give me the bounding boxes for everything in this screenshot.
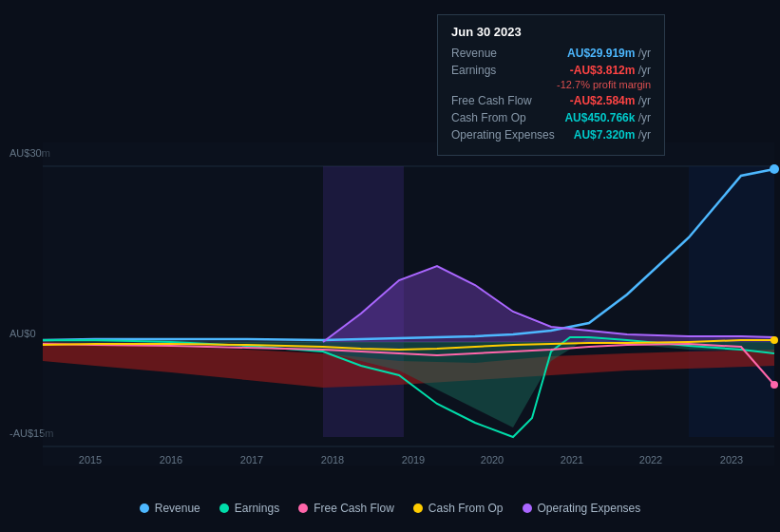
legend-earnings[interactable]: Earnings (219, 502, 279, 515)
svg-rect-6 (689, 166, 774, 437)
legend-revenue-label: Revenue (155, 502, 200, 515)
legend-opex-dot (523, 504, 532, 513)
tooltip-fcf-value: -AU$2.584m /yr (570, 94, 651, 107)
data-tooltip: Jun 30 2023 Revenue AU$29.919m /yr Earni… (437, 14, 665, 156)
svg-point-7 (770, 164, 779, 174)
legend-cashfromop-dot (413, 504, 423, 513)
x-axis-2016: 2016 (160, 454, 182, 466)
svg-point-9 (770, 336, 778, 344)
legend-revenue-dot (140, 504, 149, 513)
legend-revenue[interactable]: Revenue (140, 502, 200, 515)
x-axis-2021: 2021 (561, 454, 583, 466)
legend-earnings-label: Earnings (235, 502, 279, 515)
legend-opex[interactable]: Operating Expenses (523, 502, 641, 515)
x-axis-2020: 2020 (481, 454, 504, 466)
legend-cashfromop[interactable]: Cash From Op (413, 502, 504, 515)
legend-earnings-dot (219, 504, 229, 513)
tooltip-revenue-value: AU$29.919m /yr (567, 47, 651, 60)
x-axis-2019: 2019 (402, 454, 425, 466)
tooltip-earnings-value: -AU$3.812m /yr (570, 64, 651, 77)
tooltip-opex-row: Operating Expenses AU$7.320m /yr (451, 128, 651, 142)
legend-fcf-dot (298, 504, 308, 513)
tooltip-opex-value: AU$7.320m /yr (574, 128, 651, 142)
tooltip-cashfromop-label: Cash From Op (451, 111, 526, 124)
legend-cashfromop-label: Cash From Op (428, 502, 504, 515)
chart-legend: Revenue Earnings Free Cash Flow Cash Fro… (0, 484, 780, 532)
tooltip-fcf-row: Free Cash Flow -AU$2.584m /yr (451, 94, 651, 107)
x-axis-2018: 2018 (321, 454, 344, 466)
tooltip-date: Jun 30 2023 (451, 25, 651, 39)
tooltip-earnings-row: Earnings -AU$3.812m /yr (451, 64, 651, 77)
x-axis-2023: 2023 (720, 454, 743, 466)
tooltip-earnings-label: Earnings (451, 64, 496, 77)
tooltip-revenue-row: Revenue AU$29.919m /yr (451, 47, 651, 60)
legend-fcf[interactable]: Free Cash Flow (298, 502, 394, 515)
tooltip-revenue-label: Revenue (451, 47, 497, 60)
legend-opex-label: Operating Expenses (538, 502, 641, 515)
x-axis-2015: 2015 (79, 454, 102, 466)
x-axis-2022: 2022 (639, 454, 662, 466)
svg-point-8 (770, 381, 778, 389)
tooltip-opex-label: Operating Expenses (451, 128, 555, 142)
tooltip-earnings-sub: -12.7% profit margin (451, 79, 651, 90)
tooltip-cashfromop-row: Cash From Op AU$450.766k /yr (451, 111, 651, 124)
tooltip-fcf-label: Free Cash Flow (451, 94, 532, 107)
tooltip-cashfromop-value: AU$450.766k /yr (564, 111, 651, 124)
x-axis-2017: 2017 (240, 454, 263, 466)
legend-fcf-label: Free Cash Flow (314, 502, 394, 515)
